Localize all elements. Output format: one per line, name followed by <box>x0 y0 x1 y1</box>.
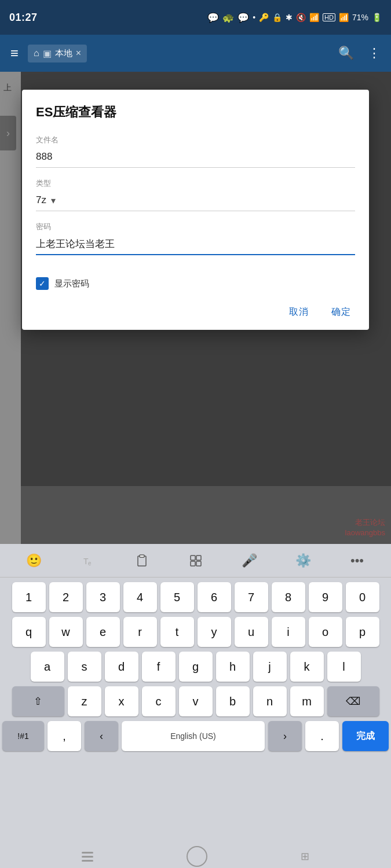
key-f[interactable]: f <box>142 652 176 682</box>
keyboard-grid-button[interactable]: ⊞ <box>301 850 309 863</box>
key-e[interactable]: e <box>86 617 120 647</box>
key-6[interactable]: 6 <box>198 582 231 612</box>
svg-rect-3 <box>140 555 144 557</box>
show-password-label: 显示密码 <box>54 278 89 289</box>
key-s[interactable]: s <box>68 652 101 682</box>
password-input[interactable] <box>36 236 355 255</box>
nav-bar: ≡ ⌂ ▣ 本地 × 🔍 ⋮ <box>0 35 391 72</box>
svg-rect-6 <box>191 561 195 566</box>
more-button[interactable]: ⋮ <box>363 41 385 65</box>
bar2 <box>82 856 93 858</box>
recent-apps-button[interactable] <box>82 852 93 862</box>
hd-badge: HD <box>323 13 335 21</box>
keyboard-row-numbers: 1 2 3 4 5 6 7 8 9 0 <box>2 582 389 612</box>
home-icon: ⌂ <box>34 48 39 58</box>
key-b[interactable]: b <box>216 686 250 716</box>
keyboard-row-qwerty: q w e r t y u i o p <box>2 617 389 647</box>
emoji-toolbar-button[interactable]: 🙂 <box>21 547 47 574</box>
symbol-key[interactable]: !#1 <box>2 721 44 751</box>
key-g[interactable]: g <box>179 652 213 682</box>
key-9[interactable]: 9 <box>309 582 342 612</box>
key-2[interactable]: 2 <box>49 582 83 612</box>
key-0[interactable]: 0 <box>346 582 379 612</box>
key-y[interactable]: y <box>198 617 231 647</box>
text-toolbar-button[interactable]: T e <box>75 547 101 574</box>
key-n[interactable]: n <box>253 686 287 716</box>
key-8[interactable]: 8 <box>272 582 305 612</box>
compress-viewer-dialog: ES压缩查看器 文件名 类型 7z ▾ 密码 ✓ 显示密码 取消 确定 <box>22 90 369 330</box>
key-5[interactable]: 5 <box>160 582 194 612</box>
prev-key[interactable]: ‹ <box>85 721 118 751</box>
spacebar[interactable]: English (US) <box>122 721 265 751</box>
key-3[interactable]: 3 <box>86 582 120 612</box>
keyboard-row-bottom: !#1 , ‹ English (US) › . 完成 <box>2 721 389 751</box>
grid-toolbar-button[interactable] <box>182 547 209 574</box>
status-icons: 💬 🐢 💬 • 🔑 🔒 ✱ 🔇 📶 HD 📶 71% 🔋 <box>207 12 382 23</box>
dropdown-arrow-icon: ▾ <box>51 195 56 206</box>
next-key[interactable]: › <box>268 721 302 751</box>
key-j[interactable]: j <box>253 652 287 682</box>
key-h[interactable]: h <box>216 652 250 682</box>
key-icon: 🔑 <box>259 13 269 22</box>
search-button[interactable]: 🔍 <box>334 41 359 65</box>
key-x[interactable]: x <box>105 686 138 716</box>
key-p[interactable]: p <box>346 617 379 647</box>
clipboard-toolbar-button[interactable] <box>129 547 155 574</box>
key-v[interactable]: v <box>179 686 213 716</box>
status-bar: 01:27 💬 🐢 💬 • 🔑 🔒 ✱ 🔇 📶 HD 📶 71% 🔋 <box>0 0 391 35</box>
key-l[interactable]: l <box>327 652 361 682</box>
tab-close-button[interactable]: × <box>76 48 81 58</box>
home-area: ⊞ <box>0 845 391 868</box>
key-r[interactable]: r <box>123 617 157 647</box>
key-q[interactable]: q <box>12 617 46 647</box>
mic-toolbar-button[interactable]: 🎤 <box>236 547 263 574</box>
type-label: 类型 <box>36 178 355 189</box>
wechat2-icon: 💬 <box>237 12 249 23</box>
key-k[interactable]: k <box>290 652 324 682</box>
show-password-checkbox[interactable]: ✓ <box>36 277 49 290</box>
key-w[interactable]: w <box>49 617 83 647</box>
key-d[interactable]: d <box>105 652 138 682</box>
key-a[interactable]: a <box>31 652 64 682</box>
password-section: 密码 <box>36 222 355 266</box>
type-section: 类型 7z ▾ <box>36 178 355 211</box>
filename-input[interactable] <box>36 149 355 168</box>
key-1[interactable]: 1 <box>12 582 46 612</box>
tab-label: 本地 <box>55 48 72 59</box>
watermark: 老王论坛 laowangbbs <box>345 517 385 538</box>
shift-key[interactable]: ⇧ <box>12 686 64 716</box>
tab-folder-icon: ▣ <box>43 48 52 59</box>
settings-toolbar-button[interactable]: ⚙️ <box>290 547 317 574</box>
key-4[interactable]: 4 <box>123 582 157 612</box>
keyboard-row-zxcvbnm: ⇧ z x c v b n m ⌫ <box>2 686 389 716</box>
delete-key[interactable]: ⌫ <box>327 686 379 716</box>
battery-icon: 🔋 <box>372 13 382 22</box>
more-toolbar-button[interactable]: ••• <box>344 547 371 574</box>
show-password-row: ✓ 显示密码 <box>36 277 355 290</box>
home-button[interactable] <box>187 846 207 867</box>
key-o[interactable]: o <box>309 617 342 647</box>
bar3 <box>82 860 93 862</box>
keyboard-toolbar: 🙂 T e 🎤 ⚙️ ••• <box>0 544 391 578</box>
key-u[interactable]: u <box>235 617 268 647</box>
nav-tab-local[interactable]: ⌂ ▣ 本地 × <box>28 45 87 62</box>
keyboard: 🙂 T e 🎤 ⚙️ ••• 1 <box>0 544 391 868</box>
key-t[interactable]: t <box>160 617 194 647</box>
key-i[interactable]: i <box>272 617 305 647</box>
confirm-button[interactable]: 确定 <box>327 304 355 321</box>
key-m[interactable]: m <box>290 686 324 716</box>
done-key[interactable]: 完成 <box>342 721 389 751</box>
wechat-icon: 💬 <box>207 12 219 23</box>
menu-button[interactable]: ≡ <box>6 41 23 66</box>
key-7[interactable]: 7 <box>235 582 268 612</box>
key-z[interactable]: z <box>68 686 101 716</box>
comma-key[interactable]: , <box>47 721 81 751</box>
cancel-button[interactable]: 取消 <box>284 304 313 321</box>
signal-icon: 📶 <box>339 13 349 22</box>
type-value: 7z <box>36 194 46 206</box>
type-dropdown[interactable]: 7z ▾ <box>36 192 355 211</box>
period-key[interactable]: . <box>305 721 339 751</box>
dot-icon: • <box>253 13 255 22</box>
key-c[interactable]: c <box>142 686 176 716</box>
dialog-buttons: 取消 确定 <box>36 304 355 321</box>
